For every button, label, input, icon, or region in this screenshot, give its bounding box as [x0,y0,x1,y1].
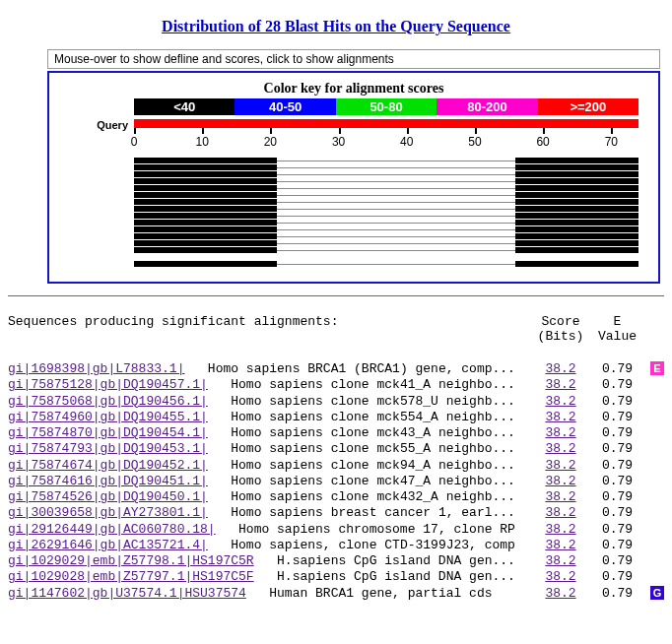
score-link[interactable]: 38.2 [531,361,590,377]
hit-graphic-row[interactable] [134,247,638,254]
color-key-title: Color key for alignment scores [59,81,648,97]
hit-description: Homo sapiens clone mck554_A neighb... [231,410,515,425]
hit-segment[interactable] [515,158,638,163]
hit-segment[interactable] [134,164,277,170]
hit-segment[interactable] [515,164,638,170]
evalue: 0.79 [590,586,644,602]
evalue: 0.79 [590,361,644,377]
score-link[interactable]: 38.2 [531,505,590,521]
hit-segment[interactable] [515,233,638,239]
score-link[interactable]: 38.2 [531,410,590,425]
hit-segment[interactable] [515,171,638,177]
hit-graphic-row[interactable] [134,164,638,171]
hit-segment[interactable] [134,233,277,239]
accession-link[interactable]: gi|75875068|gb|DQ190456.1| [8,394,208,410]
hit-segment[interactable] [134,158,277,163]
score-link[interactable]: 38.2 [531,377,590,393]
hits-graphic[interactable] [134,158,638,268]
hit-graphic-row[interactable] [134,254,638,261]
score-link[interactable]: 38.2 [531,569,590,585]
hit-description: Homo sapiens breast cancer 1, earl... [231,505,515,521]
hit-segment[interactable] [134,240,277,246]
accession-link[interactable]: gi|75874960|gb|DQ190455.1| [8,410,208,425]
accession-link[interactable]: gi|30039658|gb|AY273801.1| [8,505,208,521]
hit-segment[interactable] [134,185,277,191]
score-link[interactable]: 38.2 [531,489,590,505]
hit-graphic-row[interactable] [134,206,638,213]
accession-link[interactable]: gi|75874526|gb|DQ190450.1| [8,489,208,505]
hit-segment[interactable] [515,192,638,198]
hit-graphic-row[interactable] [134,171,638,178]
hit-segment[interactable] [515,185,638,191]
accession-link[interactable]: gi|1029029|emb|Z57798.1|HS197C5R [8,553,254,569]
title-link[interactable]: Distribution of 28 Blast Hits on the Que… [162,18,510,34]
hit-segment[interactable] [515,261,638,267]
hit-segment[interactable] [134,220,277,225]
accession-link[interactable]: gi|1029028|emb|Z57797.1|HS197C5F [8,569,254,585]
table-row: gi|30039658|gb|AY273801.1| Homo sapiens … [8,505,664,521]
score-link[interactable]: 38.2 [531,441,590,457]
accession-link[interactable]: gi|75874793|gb|DQ190453.1| [8,441,208,457]
genome-icon[interactable]: G [650,586,664,600]
hit-segment[interactable] [134,261,277,267]
hit-graphic-row[interactable] [134,213,638,220]
ruler-tick [407,128,409,134]
table-row: gi|75874793|gb|DQ190453.1| Homo sapiens … [8,441,664,457]
accession-link[interactable]: gi|26291646|gb|AC135721.4| [8,538,208,553]
hit-graphic-row[interactable] [134,240,638,247]
score-link[interactable]: 38.2 [531,425,590,441]
score-link[interactable]: 38.2 [531,586,590,602]
hit-segment[interactable] [515,226,638,232]
page-title[interactable]: Distribution of 28 Blast Hits on the Que… [8,18,664,35]
hit-segment[interactable] [134,199,277,205]
accession-link[interactable]: gi|75874616|gb|DQ190451.1| [8,474,208,489]
color-key-cell: 40-50 [235,98,335,115]
accession-link[interactable]: gi|75874870|gb|DQ190454.1| [8,425,208,441]
hit-graphic-row[interactable] [134,233,638,240]
ruler-tick [611,128,613,134]
score-link[interactable]: 38.2 [531,394,590,410]
hit-segment[interactable] [134,213,277,219]
hit-segment[interactable] [515,220,638,225]
score-link[interactable]: 38.2 [531,522,590,538]
hit-segment[interactable] [515,199,638,205]
hit-graphic-row[interactable] [134,178,638,185]
divider [8,295,664,296]
accession-link[interactable]: gi|1147602|gb|U37574.1|HSU37574 [8,586,246,602]
hit-graphic-row[interactable] [134,199,638,206]
hit-graphic-row[interactable] [134,261,638,268]
hit-segment[interactable] [515,178,638,184]
score-link[interactable]: 38.2 [531,474,590,489]
expressed-icon[interactable]: E [650,361,664,375]
hit-segment[interactable] [515,247,638,253]
hit-segment[interactable] [134,192,277,198]
accession-link[interactable]: gi|75875128|gb|DQ190457.1| [8,377,208,393]
hit-segment[interactable] [134,171,277,177]
table-row: gi|26291646|gb|AC135721.4| Homo sapiens,… [8,538,664,553]
accession-link[interactable]: gi|29126449|gb|AC060780.18| [8,522,216,538]
hit-segment[interactable] [515,206,638,212]
hit-graphic-row[interactable] [134,185,638,192]
evalue: 0.79 [590,425,644,441]
score-link[interactable]: 38.2 [531,553,590,569]
hit-segment[interactable] [134,226,277,232]
table-row: gi|75874674|gb|DQ190452.1| Homo sapiens … [8,458,664,474]
ruler-tick [543,128,545,134]
hit-graphic-row[interactable] [134,220,638,226]
hit-graphic-row[interactable] [134,192,638,199]
hit-segment[interactable] [515,213,638,219]
hit-graphic-row[interactable] [134,158,638,164]
hit-segment[interactable] [134,206,277,212]
hit-segment[interactable] [134,247,277,253]
hit-description: H.sapiens CpG island DNA gen... [277,569,515,585]
accession-link[interactable]: gi|1698398|gb|L78833.1| [8,361,184,377]
hit-graphic-row[interactable] [134,226,638,233]
hit-segment[interactable] [515,240,638,246]
hit-segment[interactable] [134,178,277,184]
hit-description: H.sapiens CpG island DNA gen... [277,553,515,569]
evalue: 0.79 [590,489,644,505]
score-link[interactable]: 38.2 [531,458,590,474]
score-link[interactable]: 38.2 [531,538,590,553]
accession-link[interactable]: gi|75874674|gb|DQ190452.1| [8,458,208,474]
ruler-tick-label: 10 [196,135,209,149]
